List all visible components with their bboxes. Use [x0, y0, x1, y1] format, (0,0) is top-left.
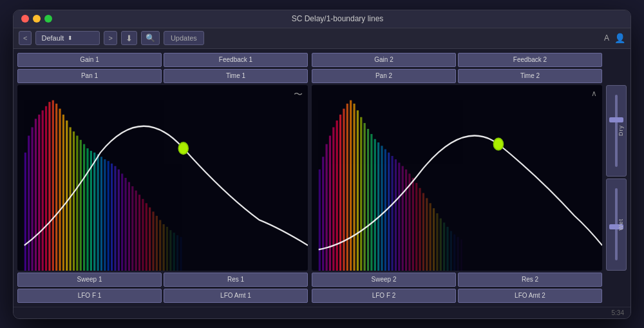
svg-rect-81 — [436, 213, 438, 270]
svg-rect-26 — [114, 166, 116, 270]
sweep2-button[interactable]: Sweep 2 — [312, 273, 456, 287]
preset-selector[interactable]: Default ⬍ — [35, 31, 100, 45]
svg-rect-45 — [180, 236, 182, 270]
dry-label: Dry — [618, 125, 624, 136]
svg-rect-34 — [142, 198, 144, 270]
channel2-bottom-controls2: LFO F 2 LFO Amt 2 — [312, 289, 602, 303]
res1-button[interactable]: Res 1 — [164, 273, 308, 287]
channel1-bottom-controls2: LFO F 1 LFO Amt 1 — [17, 289, 308, 303]
res2-button[interactable]: Res 2 — [458, 273, 602, 287]
svg-rect-32 — [135, 190, 137, 270]
nav-forward-button[interactable]: > — [104, 31, 117, 45]
channel2-bottom-controls1: Sweep 2 Res 2 — [312, 273, 602, 287]
close-button[interactable] — [21, 15, 29, 23]
svg-rect-40 — [163, 224, 165, 271]
minimize-button[interactable] — [33, 15, 41, 23]
svg-rect-83 — [443, 222, 445, 271]
svg-rect-47 — [319, 169, 321, 270]
window-title: SC Delay/1-boundary lines — [52, 14, 623, 23]
chevron-down-icon: ⬍ — [68, 35, 73, 41]
svg-rect-70 — [398, 162, 400, 271]
svg-point-46 — [178, 142, 188, 154]
dry-fader-handle[interactable] — [609, 117, 623, 122]
svg-rect-78 — [426, 198, 428, 271]
wave2-icon: ∧ — [591, 89, 597, 98]
main-content: Gain 1 Feedback 1 Pan 1 Time 1 〜 — [14, 49, 630, 307]
svg-rect-71 — [402, 166, 404, 270]
svg-rect-57 — [353, 103, 355, 270]
toolbar-right: A 👤 — [604, 33, 625, 43]
nav-back-button[interactable]: < — [19, 31, 32, 45]
channel1-visualizer: 〜 — [17, 85, 308, 271]
svg-rect-39 — [159, 220, 161, 271]
svg-rect-0 — [24, 152, 26, 270]
svg-rect-31 — [131, 186, 133, 271]
svg-rect-74 — [412, 178, 414, 271]
sweep1-button[interactable]: Sweep 1 — [17, 273, 162, 287]
pan2-button[interactable]: Pan 2 — [312, 69, 456, 83]
svg-rect-68 — [391, 155, 393, 270]
search-button[interactable]: 🔍 — [141, 31, 160, 45]
svg-rect-4 — [38, 114, 40, 270]
svg-rect-1 — [28, 135, 30, 270]
lfo-amt1-button[interactable]: LFO Amt 1 — [164, 289, 308, 303]
svg-rect-14 — [73, 131, 75, 271]
wet-label: Wet — [618, 218, 624, 231]
updates-button[interactable]: Updates — [164, 31, 204, 45]
svg-rect-20 — [93, 152, 95, 270]
svg-rect-7 — [48, 102, 50, 271]
channel1-mid-controls: Pan 1 Time 1 — [17, 69, 308, 83]
svg-rect-53 — [339, 114, 341, 270]
svg-rect-82 — [440, 218, 442, 270]
svg-rect-21 — [97, 154, 99, 271]
svg-rect-18 — [86, 148, 88, 271]
svg-rect-67 — [388, 152, 390, 270]
timestamp: 5:34 — [612, 309, 624, 316]
time1-button[interactable]: Time 1 — [164, 69, 308, 83]
gain1-button[interactable]: Gain 1 — [17, 53, 162, 67]
svg-rect-55 — [346, 103, 348, 270]
save-button[interactable]: ⬇ — [121, 31, 137, 45]
svg-rect-69 — [395, 159, 397, 271]
lfo-f2-button[interactable]: LFO F 2 — [312, 289, 456, 303]
gain2-button[interactable]: Gain 2 — [312, 53, 456, 67]
svg-rect-29 — [124, 178, 126, 271]
wet-fader[interactable]: Wet — [606, 178, 627, 271]
lfo-f1-button[interactable]: LFO F 1 — [17, 289, 162, 303]
svg-rect-11 — [62, 114, 64, 270]
svg-rect-86 — [453, 234, 455, 270]
svg-rect-12 — [66, 120, 68, 270]
svg-rect-28 — [121, 173, 123, 271]
feedback2-button[interactable]: Feedback 2 — [458, 53, 602, 67]
svg-rect-76 — [419, 188, 421, 270]
svg-rect-54 — [343, 108, 345, 270]
svg-rect-6 — [45, 106, 47, 270]
svg-rect-58 — [357, 110, 359, 271]
svg-rect-44 — [176, 235, 178, 271]
svg-rect-60 — [364, 122, 366, 270]
svg-rect-33 — [138, 195, 140, 271]
svg-rect-65 — [381, 146, 383, 271]
lfo-amt2-button[interactable]: LFO Amt 2 — [458, 289, 602, 303]
svg-rect-38 — [156, 215, 158, 270]
svg-rect-88 — [460, 239, 462, 270]
fullscreen-button[interactable] — [44, 15, 52, 23]
svg-rect-16 — [80, 140, 82, 271]
channel2-visualizer: ∧ — [312, 85, 602, 271]
feedback1-button[interactable]: Feedback 1 — [164, 53, 308, 67]
svg-rect-56 — [350, 100, 352, 270]
dry-fader[interactable]: Dry — [606, 85, 627, 177]
user-icon[interactable]: 👤 — [614, 33, 625, 43]
channel1-waveform — [17, 85, 308, 271]
svg-rect-27 — [118, 169, 120, 270]
pan1-button[interactable]: Pan 1 — [17, 69, 162, 83]
svg-rect-77 — [422, 193, 424, 270]
channel2-top-controls: Gain 2 Feedback 2 — [312, 53, 602, 67]
svg-rect-41 — [166, 226, 168, 270]
svg-rect-75 — [415, 182, 417, 270]
svg-rect-62 — [370, 133, 372, 270]
svg-rect-22 — [100, 157, 102, 271]
svg-rect-25 — [111, 163, 113, 270]
svg-rect-85 — [450, 231, 452, 271]
time2-button[interactable]: Time 2 — [458, 69, 602, 83]
